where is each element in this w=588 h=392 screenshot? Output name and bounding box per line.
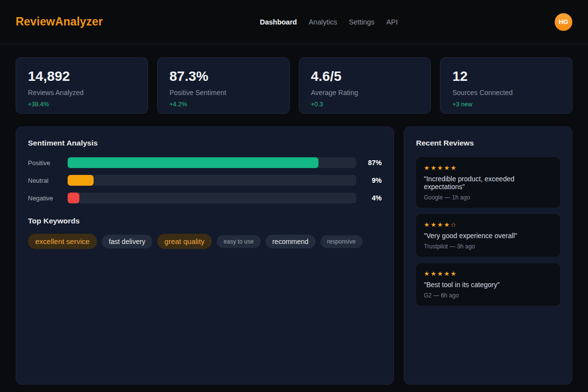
stat-delta: +38.4% <box>28 101 136 108</box>
sentiment-row-negative: Negative 4% <box>28 193 382 203</box>
sentiment-bar-fill-positive <box>68 157 318 168</box>
app-logo: ReviewAnalyzer <box>16 15 103 28</box>
keyword-chip-easy-to-use[interactable]: easy to use <box>217 235 260 248</box>
review-card[interactable]: ★★★★★ "Incredible product, exceeded expe… <box>416 157 560 208</box>
review-source: G2 — 6h ago <box>424 292 552 299</box>
sentiment-row-value: 4% <box>356 194 382 202</box>
sentiment-analysis-panel: Sentiment Analysis Positive 87% Neutral … <box>16 126 394 385</box>
stat-card-reviews-analyzed: 14,892 Reviews Analyzed +38.4% <box>16 57 148 114</box>
top-keywords-title: Top Keywords <box>28 217 382 225</box>
keyword-chip-responsive[interactable]: responsive <box>320 235 363 248</box>
stat-label: Positive Sentiment <box>170 89 277 97</box>
stat-value: 14,892 <box>28 69 136 84</box>
stat-label: Sources Connected <box>452 89 560 97</box>
main-nav: Dashboard Analytics Settings API <box>260 18 398 26</box>
review-quote: "Best tool in its category" <box>424 281 552 289</box>
sentiment-bar-fill-neutral <box>68 175 94 186</box>
sentiment-row-label: Neutral <box>28 177 68 184</box>
sentiment-row-label: Negative <box>28 195 68 202</box>
stat-delta: +0.3 <box>311 101 419 108</box>
keyword-chip-great-quality[interactable]: great quality <box>157 234 212 249</box>
sentiment-row-label: Positive <box>28 159 68 167</box>
stat-label: Reviews Analyzed <box>28 89 136 97</box>
review-card[interactable]: ★★★★★ "Best tool in its category" G2 — 6… <box>416 263 560 306</box>
nav-item-dashboard[interactable]: Dashboard <box>260 18 297 26</box>
star-rating-icon: ★★★★★ <box>424 164 552 172</box>
sentiment-bar-track <box>68 157 356 168</box>
review-source: Trustpilot — 3h ago <box>424 243 552 250</box>
sentiment-panel-title: Sentiment Analysis <box>28 139 382 147</box>
stat-card-average-rating: 4.6/5 Average Rating +0.3 <box>299 57 431 114</box>
sentiment-row-positive: Positive 87% <box>28 157 382 168</box>
nav-item-analytics[interactable]: Analytics <box>309 18 337 26</box>
content-area: Sentiment Analysis Positive 87% Neutral … <box>16 126 572 385</box>
stat-delta: +3 new <box>452 101 560 108</box>
star-rating-icon: ★★★★☆ <box>424 221 552 228</box>
nav-item-settings[interactable]: Settings <box>349 18 374 26</box>
stat-value: 4.6/5 <box>311 69 419 84</box>
review-quote: "Very good experience overall" <box>424 232 552 240</box>
nav-item-api[interactable]: API <box>386 18 397 26</box>
user-avatar[interactable]: HG <box>555 13 572 31</box>
top-navbar: ReviewAnalyzer Dashboard Analytics Setti… <box>0 0 588 44</box>
review-card[interactable]: ★★★★☆ "Very good experience overall" Tru… <box>416 214 560 257</box>
sentiment-row-value: 87% <box>356 159 382 167</box>
stat-card-sources-connected: 12 Sources Connected +3 new <box>440 57 572 114</box>
recent-reviews-title: Recent Reviews <box>416 139 560 147</box>
keyword-chip-recommend[interactable]: recommend <box>266 235 316 248</box>
sentiment-bar-fill-negative <box>68 193 79 203</box>
stat-value: 12 <box>452 69 560 84</box>
stats-row: 14,892 Reviews Analyzed +38.4% 87.3% Pos… <box>16 57 572 114</box>
sentiment-bar-track <box>68 175 356 186</box>
keyword-chip-fast-delivery[interactable]: fast delivery <box>102 235 152 248</box>
sentiment-row-value: 9% <box>356 176 382 184</box>
sentiment-row-neutral: Neutral 9% <box>28 175 382 186</box>
stat-delta: +4.2% <box>170 101 277 108</box>
star-rating-icon: ★★★★★ <box>424 270 552 277</box>
stat-card-positive-sentiment: 87.3% Positive Sentiment +4.2% <box>157 57 290 114</box>
stat-value: 87.3% <box>170 69 277 84</box>
recent-reviews-panel: Recent Reviews ★★★★★ "Incredible product… <box>404 126 572 385</box>
stat-label: Average Rating <box>311 89 419 97</box>
sentiment-bar-track <box>68 193 356 203</box>
keyword-chips: excellent service fast delivery great qu… <box>28 234 382 249</box>
keyword-chip-excellent-service[interactable]: excellent service <box>28 234 97 249</box>
review-quote: "Incredible product, exceeded expectatio… <box>424 175 552 191</box>
review-source: Google — 1h ago <box>424 194 552 201</box>
